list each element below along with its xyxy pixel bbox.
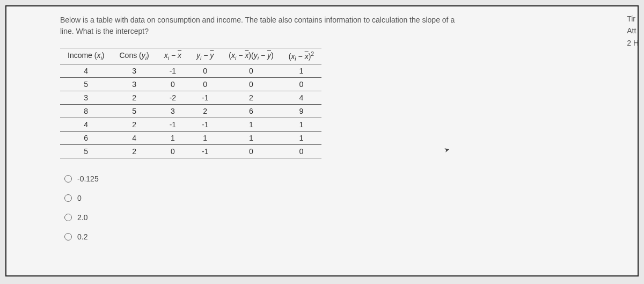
option-4[interactable]: 0.2 [64,232,627,241]
answer-options: -0.125 0 2.0 0.2 [64,174,627,241]
option-1[interactable]: -0.125 [64,174,627,183]
col-sq: (xi − x)2 [281,48,322,64]
option-2[interactable]: 0 [64,194,627,202]
question-text: Below is a table with data on consumptio… [60,14,554,37]
table-row: 43-1001 [60,64,321,78]
table-row: 530000 [60,78,321,91]
col-ydev: yi − y [189,48,221,64]
right-line2: Att [627,25,639,37]
col-prod: (xi − x)(yi − y) [221,48,281,64]
data-table: Income (xi) Cons (yi) xi − x yi − y (xi … [60,48,321,158]
option-label: 0 [77,194,82,202]
radio-icon [64,175,72,183]
option-label: 0.2 [77,232,87,241]
table-row: 42-1-111 [60,118,321,132]
table-row: 520-100 [60,145,321,158]
right-panel-clip: Tir Att 2 H [627,13,639,49]
col-income: Income (xi) [60,48,112,64]
col-xdev: xi − x [157,48,189,64]
table-row: 641111 [60,132,321,145]
radio-icon [64,233,72,241]
option-label: -0.125 [77,174,99,183]
radio-icon [64,194,72,202]
option-label: 2.0 [77,213,87,222]
col-cons: Cons (yi) [112,48,156,64]
right-line3: 2 H [627,37,639,49]
option-3[interactable]: 2.0 [64,213,627,222]
question-page: Below is a table with data on consumptio… [5,5,639,276]
question-line2: line. What is the intercept? [60,27,149,35]
table-row: 32-2-124 [60,91,321,105]
question-line1: Below is a table with data on consumptio… [60,16,455,24]
table-body: 43-1001 530000 32-2-124 853269 42-1-111 … [60,64,321,158]
table-row: 853269 [60,105,321,118]
right-line1: Tir [627,13,639,25]
radio-icon [64,214,72,221]
cursor-icon: ➤ [443,145,450,154]
